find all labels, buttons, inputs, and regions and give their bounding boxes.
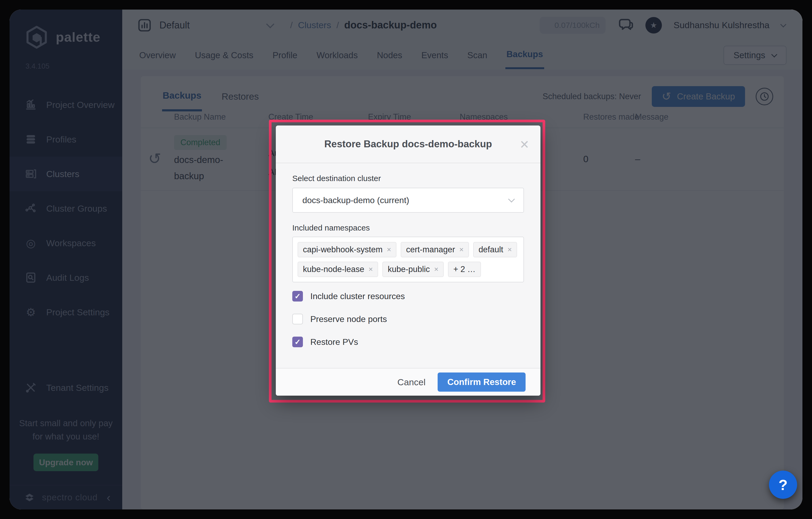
modal-footer: Cancel Confirm Restore: [276, 368, 541, 395]
checkbox-preserve-node-ports[interactable]: ✓ Preserve node ports: [292, 314, 524, 324]
chip-label: kube-node-lease: [303, 265, 364, 274]
destination-cluster-select[interactable]: docs-backup-demo (current): [292, 188, 524, 213]
screenshot-root: palette 3.4.105 Project Overview: [0, 0, 812, 519]
close-icon[interactable]: ✕: [519, 138, 529, 151]
namespace-chip: kube-public ×: [382, 262, 444, 277]
included-namespaces-label: Included namespaces: [292, 223, 524, 233]
checkbox-label: Include cluster resources: [310, 292, 405, 301]
checkbox-restore-pvs[interactable]: ✓ Restore PVs: [292, 336, 524, 347]
chip-remove-icon[interactable]: ×: [387, 245, 391, 254]
confirm-restore-button[interactable]: Confirm Restore: [438, 373, 526, 392]
chip-label: default: [478, 245, 503, 254]
chevron-down-icon: [508, 196, 515, 202]
namespace-chip: capi-webhook-system ×: [298, 242, 397, 257]
check-icon: ✓: [294, 338, 300, 347]
help-button[interactable]: ?: [769, 471, 797, 499]
chip-label: cert-manager: [406, 245, 455, 254]
chip-label: kube-public: [388, 265, 430, 274]
cancel-button[interactable]: Cancel: [398, 377, 426, 387]
checkbox-icon: ✓: [292, 336, 303, 347]
included-namespaces-field[interactable]: capi-webhook-system × cert-manager × def…: [292, 237, 524, 282]
checkbox-label: Preserve node ports: [310, 314, 387, 324]
chip-remove-icon[interactable]: ×: [369, 265, 373, 274]
destination-cluster-value: docs-backup-demo (current): [302, 195, 409, 205]
chip-remove-icon[interactable]: ×: [459, 245, 464, 254]
chip-label: + 2 …: [453, 265, 475, 274]
chip-remove-icon[interactable]: ×: [434, 265, 438, 274]
checkbox-include-cluster-resources[interactable]: ✓ Include cluster resources: [292, 291, 524, 301]
namespace-chip: default ×: [473, 242, 517, 257]
check-icon: ✓: [294, 292, 300, 301]
checkbox-icon: ✓: [292, 291, 303, 301]
chip-label: capi-webhook-system: [303, 245, 383, 254]
modal-body: Select destination cluster docs-backup-d…: [276, 163, 541, 347]
destination-cluster-label: Select destination cluster: [292, 174, 524, 183]
namespace-more-chip[interactable]: + 2 …: [448, 262, 481, 277]
namespace-chip: cert-manager ×: [401, 242, 469, 257]
checkbox-label: Restore PVs: [310, 337, 358, 347]
checkbox-icon: ✓: [292, 314, 303, 324]
chip-remove-icon[interactable]: ×: [508, 245, 512, 254]
modal-title: Restore Backup docs-demo-backup: [324, 139, 492, 150]
modal-header: Restore Backup docs-demo-backup ✕: [276, 126, 541, 163]
restore-backup-modal: Restore Backup docs-demo-backup ✕ Select…: [276, 126, 541, 395]
namespace-chip: kube-node-lease ×: [298, 262, 378, 277]
